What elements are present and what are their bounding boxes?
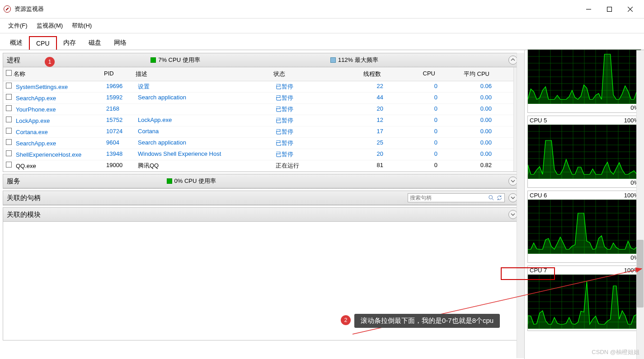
collapse-button[interactable] [508, 56, 517, 65]
table-row[interactable]: SystemSettings.exe19696设置已暂停2200.06 [3, 81, 513, 93]
services-panel: 服务 0% CPU 使用率 [3, 174, 522, 189]
table-row[interactable]: Cortana.exe10724Cortana已暂停1700.00 [3, 126, 513, 138]
tabbar: 概述 CPU 内存 磁盘 网络 [0, 33, 644, 50]
col-threads[interactable]: 线程数 [338, 69, 384, 79]
tab-cpu[interactable]: CPU [29, 36, 57, 50]
row-checkbox[interactable] [6, 83, 12, 89]
expand-button[interactable] [508, 193, 517, 202]
tab-memory[interactable]: 内存 [57, 36, 82, 50]
window-title: 资源监视器 [14, 5, 44, 13]
annotation-badge-2: 2 [341, 315, 351, 325]
annotation-tooltip: 滚动条拉倒最下面，我的是0-7也就是8个cpu [354, 314, 500, 328]
titlebar: 资源监视器 [0, 0, 644, 19]
row-checkbox[interactable] [6, 128, 12, 134]
table-row[interactable]: SearchApp.exe9604Search application已暂停25… [3, 138, 513, 149]
table-row[interactable]: QQ.exe19000腾讯QQ正在运行8100.82 [3, 160, 513, 172]
handles-panel: 关联的句柄 [3, 191, 522, 205]
process-table-header: 名称 PID 描述 状态 线程数 CPU 平均 CPU [3, 67, 513, 81]
svg-point-4 [489, 196, 493, 199]
graph-name: CPU 7 [530, 267, 547, 274]
table-row[interactable]: LockApp.exe15752LockApp.exe已暂停1200.00 [3, 115, 513, 126]
close-button[interactable] [620, 3, 640, 15]
services-title: 服务 [7, 177, 20, 186]
app-icon [4, 5, 11, 13]
expand-button[interactable] [508, 177, 517, 186]
row-checkbox[interactable] [6, 162, 12, 168]
tab-network[interactable]: 网络 [108, 36, 133, 50]
menu-help[interactable]: 帮助(H) [67, 20, 96, 31]
cpu-graph-card: CPU ……0% [527, 49, 641, 113]
menu-file[interactable]: 文件(F) [4, 20, 32, 31]
tab-overview[interactable]: 概述 [4, 36, 29, 50]
cpu-usage-stat: 7% CPU 使用率 [150, 56, 200, 64]
cpu-graph [528, 200, 641, 254]
search-icon[interactable] [488, 195, 494, 201]
col-desc[interactable]: 描述 [133, 69, 271, 79]
row-checkbox[interactable] [6, 94, 12, 100]
minimize-button[interactable] [578, 3, 599, 15]
cpu-graph-card: CPU 7100% [527, 266, 641, 331]
col-name[interactable]: 名称 [11, 69, 101, 79]
row-checkbox[interactable] [6, 117, 12, 122]
graphs-scrollbar[interactable] [636, 50, 644, 359]
expand-button[interactable] [508, 210, 517, 219]
svg-line-5 [492, 199, 494, 200]
search-handles [408, 193, 505, 202]
col-pid[interactable]: PID [101, 69, 133, 79]
cpu-graph [528, 50, 641, 104]
refresh-icon[interactable] [496, 195, 503, 201]
graph-name: CPU 5 [530, 117, 547, 124]
table-row[interactable]: YourPhone.exe2168已暂停2000.00 [3, 104, 513, 115]
green-square-icon [167, 178, 172, 184]
menubar: 文件(F) 监视器(M) 帮助(H) [0, 19, 644, 33]
processes-title: 进程 [7, 56, 20, 65]
max-freq-stat: 112% 最大频率 [330, 56, 378, 64]
table-row[interactable]: SearchApp.exe15992Search application已暂停4… [3, 93, 513, 104]
col-status[interactable]: 状态 [271, 69, 338, 79]
scrollbar-thumb[interactable] [637, 240, 644, 308]
cpu-graphs-panel: CPU ……0%CPU 5100%0%CPU 6100%0%CPU 7100% [524, 50, 644, 359]
processes-panel: 进程 7% CPU 使用率 112% 最大频率 名称 PID 描述 状态 线程数 [3, 53, 522, 172]
annotation-badge-1: 1 [45, 57, 55, 67]
tab-disk[interactable]: 磁盘 [82, 36, 108, 50]
graph-name: CPU 6 [530, 192, 547, 199]
menu-monitor[interactable]: 监视器(M) [32, 20, 68, 31]
maximize-button[interactable] [599, 3, 620, 15]
row-checkbox[interactable] [6, 150, 12, 156]
green-square-icon [150, 57, 156, 63]
search-input[interactable] [410, 195, 488, 201]
watermark: CSDN @柚橙姐姐 [592, 348, 639, 356]
cpu-graph [528, 275, 641, 329]
row-checkbox[interactable] [6, 139, 12, 145]
row-checkbox[interactable] [6, 105, 12, 111]
svg-rect-1 [607, 7, 611, 11]
cpu-graph-card: CPU 6100%0% [527, 191, 641, 263]
handles-title: 关联的句柄 [7, 194, 41, 202]
modules-title: 关联的模块 [7, 210, 41, 219]
cpu-graph-card: CPU 5100%0% [527, 116, 641, 188]
col-avg[interactable]: 平均 CPU [438, 69, 492, 79]
table-row[interactable]: ShellExperienceHost.exe13948Windows Shel… [3, 149, 513, 160]
cpu-graph [528, 125, 641, 179]
col-cpu[interactable]: CPU [384, 69, 438, 79]
blue-square-icon [330, 57, 336, 63]
left-scrollbar[interactable] [517, 53, 524, 358]
